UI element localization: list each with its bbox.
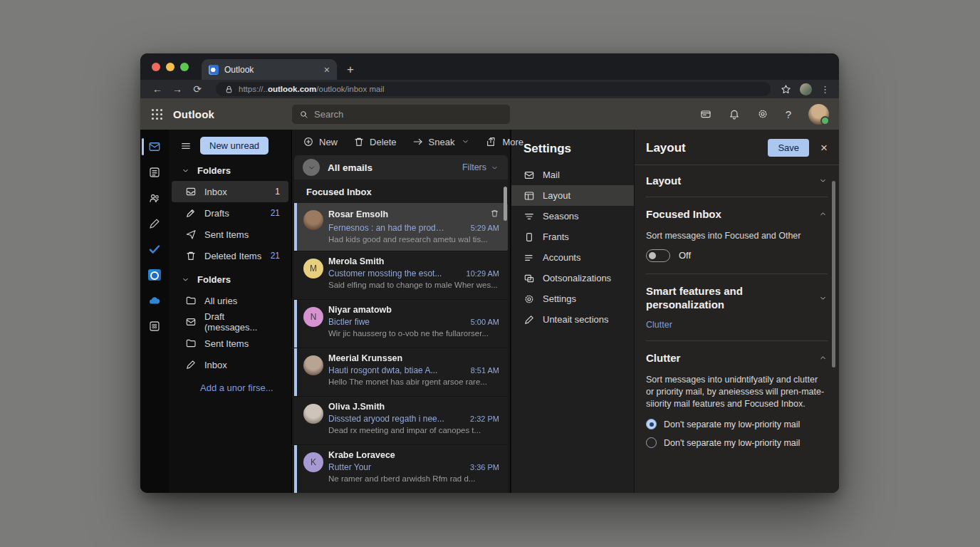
focused-inbox-section-header[interactable]: Focused Inbox xyxy=(646,199,828,229)
email-subject: Hauti rosgont dwta, btiae A... xyxy=(328,365,437,375)
folder-item-draft-messages-[interactable]: Draft (messages... xyxy=(172,311,288,333)
chevron-down-icon xyxy=(181,275,190,284)
browser-menu-icon[interactable]: ⋮ xyxy=(820,84,830,95)
folder-icon xyxy=(185,338,197,349)
forward-button[interactable]: → xyxy=(169,83,186,95)
add-folder-link[interactable]: Add a unor firse... xyxy=(169,375,291,393)
rail-item-mail[interactable] xyxy=(140,134,169,160)
email-sender: Merola Smith xyxy=(328,256,385,266)
close-window-button[interactable] xyxy=(152,63,160,71)
settings-gear-icon[interactable] xyxy=(757,108,768,120)
save-button[interactable]: Save xyxy=(768,139,809,157)
radio-button-icon[interactable] xyxy=(646,437,657,448)
toolbar-new-button[interactable]: New xyxy=(303,136,338,147)
email-list-item[interactable]: Rosar Emsolh Fernesnos : an had the prod… xyxy=(294,203,508,251)
collapse-pane-icon[interactable] xyxy=(180,140,192,152)
inbox-icon xyxy=(185,186,197,197)
email-time: 8:51 AM xyxy=(471,366,499,375)
reading-pane-icon[interactable] xyxy=(700,108,711,120)
close-panel-icon[interactable]: × xyxy=(820,141,828,155)
search-input[interactable] xyxy=(314,109,503,120)
minimize-window-button[interactable] xyxy=(166,63,174,71)
rail-item-pencil[interactable] xyxy=(140,211,169,236)
notes-icon xyxy=(148,166,161,179)
folder-item-deleted-items[interactable]: Deleted Items 21 xyxy=(172,245,288,266)
toolbar-more-button[interactable]: More xyxy=(486,136,523,147)
settings-nav-layout[interactable]: Layout xyxy=(511,185,634,206)
lock-icon xyxy=(224,85,234,94)
trash-icon[interactable] xyxy=(490,208,499,221)
settings-nav-mail[interactable]: Mail xyxy=(511,165,634,185)
email-list-item[interactable]: K Krabe Loravece Rutter Your 3:36 PM Ne … xyxy=(294,445,508,493)
maximize-window-button[interactable] xyxy=(180,63,189,71)
clutter-radio-option[interactable]: Don't separate my low-priority mail xyxy=(646,416,828,434)
email-list-item[interactable]: M Merola Smith Customer mossting the eso… xyxy=(294,251,508,300)
email-time: 10:29 AM xyxy=(466,269,499,278)
smart-features-section-header[interactable]: Smart features and personalization xyxy=(646,276,828,321)
onedrive-cloud-icon xyxy=(148,294,161,307)
clutter-link[interactable]: Clutter xyxy=(646,320,828,339)
email-list-item[interactable]: N Niyar amatowb Bictler fiwe 5:00 AM Wir… xyxy=(294,300,508,348)
email-list-item[interactable]: Meerial Krunssen Hauti rosgont dwta, bti… xyxy=(294,348,508,397)
settings-nav-unteait-sections[interactable]: Unteait sections xyxy=(511,309,634,330)
rail-item-outlook-logo[interactable] xyxy=(140,262,169,288)
folder-section-header[interactable]: Folders xyxy=(169,157,291,181)
folder-item-inbox[interactable]: Inbox xyxy=(172,354,288,375)
folder-item-sent-items[interactable]: Sent Items xyxy=(172,333,288,354)
sender-avatar: K xyxy=(303,452,323,472)
browser-tab[interactable]: Outlook × xyxy=(202,59,337,80)
user-avatar[interactable] xyxy=(808,104,829,125)
bookmark-star-icon[interactable] xyxy=(781,84,791,95)
folder-item-sent-items[interactable]: Sent Items xyxy=(172,224,288,245)
notifications-bell-icon[interactable] xyxy=(729,108,740,120)
pencil-icon xyxy=(148,217,161,230)
outlook-logo xyxy=(148,269,161,281)
filters-button[interactable]: Filters xyxy=(462,162,499,172)
tab-close-icon[interactable]: × xyxy=(324,64,330,75)
rail-item-onedrive-cloud[interactable] xyxy=(140,288,169,313)
settings-nav-accounts[interactable]: Accounts xyxy=(511,247,634,268)
message-list-header: All emails Filters xyxy=(294,155,508,179)
url-field[interactable]: https://..outlook.com/outlook/inbox mail xyxy=(216,82,771,96)
radio-button-icon[interactable] xyxy=(646,419,657,429)
settings-nav-settings[interactable]: Settings xyxy=(511,288,634,309)
select-all-chevron-icon[interactable] xyxy=(303,159,320,176)
rail-item-notes[interactable] xyxy=(140,160,169,185)
back-button[interactable]: ← xyxy=(149,83,166,95)
folder-item-all-uries[interactable]: All uries xyxy=(172,290,288,311)
folder-pane: New unread Folders Inbox 1 Drafts 21 Sen… xyxy=(169,130,292,493)
app-launcher-icon[interactable] xyxy=(152,109,162,120)
toolbar-sneak-button[interactable]: Sneak xyxy=(412,136,471,147)
unread-count-badge: 1 xyxy=(275,187,280,197)
focused-inbox-toggle[interactable] xyxy=(646,249,670,262)
rail-item-people[interactable] xyxy=(140,185,169,211)
layout-section-header[interactable]: Layout xyxy=(646,165,828,195)
clutter-section-header[interactable]: Clutter xyxy=(646,343,828,373)
layout-icon xyxy=(523,190,535,202)
new-unread-button[interactable]: New unread xyxy=(200,137,269,155)
list-scrollbar[interactable] xyxy=(504,187,507,221)
clutter-radio-option[interactable]: Don't separate my low-priority mail xyxy=(646,434,828,453)
settings-nav-ootsonalizations[interactable]: Ootsonalizations xyxy=(511,268,634,288)
reload-button[interactable]: ⟳ xyxy=(189,83,206,95)
clutter-description: Sort messages into unidntifyatily and cl… xyxy=(646,373,828,416)
rail-item-todo-check[interactable] xyxy=(140,236,169,262)
help-icon[interactable]: ? xyxy=(786,108,791,120)
message-list-pane: New Delete Sneak More All emails Filters… xyxy=(292,130,511,493)
pencil-icon xyxy=(523,314,535,325)
settings-nav-seasons[interactable]: Seasons xyxy=(511,206,634,226)
settings-nav-frants[interactable]: Frants xyxy=(511,226,634,247)
rail-item-apps-grid[interactable] xyxy=(140,313,169,339)
toolbar-delete-button[interactable]: Delete xyxy=(353,136,397,147)
new-tab-button[interactable]: + xyxy=(347,63,354,77)
chevron-down-icon xyxy=(818,176,828,185)
radio-label: Don't separate my low-priority mail xyxy=(664,420,800,429)
folder-section-header[interactable]: Folders xyxy=(169,266,291,290)
email-list-item[interactable]: Oliva J.Smith Disssted aryood regath i n… xyxy=(294,397,508,445)
folder-item-drafts[interactable]: Drafts 21 xyxy=(172,202,288,224)
search-bar[interactable] xyxy=(292,105,510,124)
browser-profile-avatar[interactable] xyxy=(800,83,812,95)
panel-scrollbar[interactable] xyxy=(832,181,835,368)
tab-title: Outlook xyxy=(224,65,318,75)
folder-item-inbox[interactable]: Inbox 1 xyxy=(172,181,288,202)
